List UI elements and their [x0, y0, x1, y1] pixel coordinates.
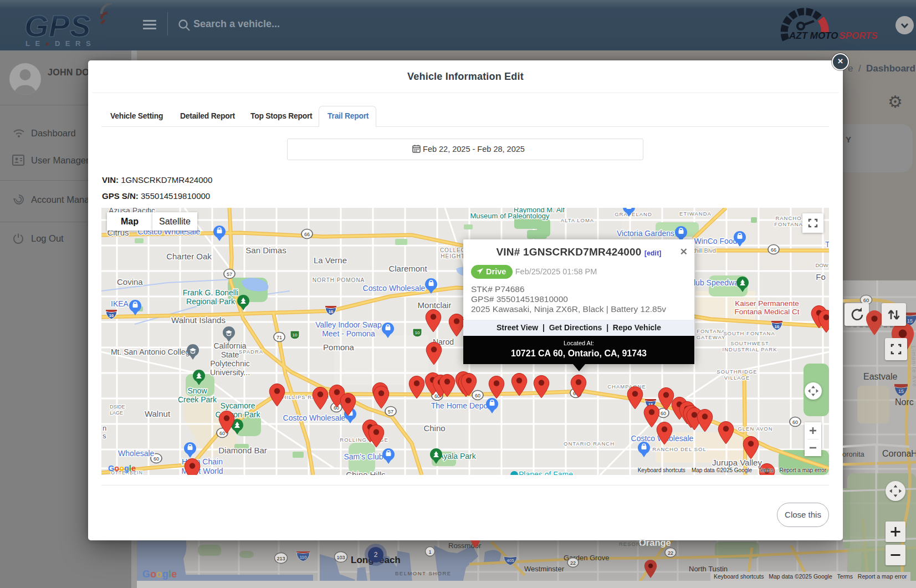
svg-text:Wholesale: Wholesale	[118, 449, 155, 458]
svg-text:Limonite Ave: Limonite Ave	[910, 346, 916, 387]
svg-text:SOUTH FONTANA: SOUTH FONTANA	[723, 330, 775, 336]
svg-text:66: 66	[304, 232, 310, 237]
svg-text:Chino: Chino	[423, 423, 445, 433]
svg-text:Mt. San Antonio College: Mt. San Antonio College	[111, 347, 194, 356]
svg-text:60: 60	[863, 297, 869, 303]
svg-text:10: 10	[109, 313, 114, 318]
svg-text:10: 10	[775, 324, 779, 329]
svg-text:Museum of Paleontology: Museum of Paleontology	[470, 212, 550, 220]
svg-text:60: 60	[792, 420, 798, 425]
svg-text:Covina: Covina	[117, 277, 143, 287]
svg-text:DOW: DOW	[815, 262, 828, 268]
svg-text:10: 10	[293, 333, 298, 338]
svg-text:T: T	[825, 240, 829, 249]
svg-text:Regional Park: Regional Park	[186, 297, 236, 306]
svg-text:71: 71	[277, 335, 282, 340]
svg-text:Polytechnic: Polytechnic	[210, 359, 250, 368]
svg-text:DSIDE: DSIDE	[110, 404, 125, 410]
svg-text:Valley Indoor Swap: Valley Indoor Swap	[315, 320, 382, 329]
svg-text:lub Speedway: lub Speedway	[694, 278, 743, 287]
svg-text:GPS: GPS	[24, 8, 91, 43]
svg-text:10: 10	[415, 330, 420, 335]
svg-text:Ayala Park: Ayala Park	[438, 452, 476, 461]
svg-text:FONTANA: FONTANA	[697, 328, 725, 334]
svg-text:Google: Google	[108, 464, 136, 473]
svg-text:Pomona: Pomona	[323, 342, 355, 352]
svg-text:213: 213	[277, 556, 285, 561]
svg-text:Sycamore: Sycamore	[220, 401, 255, 410]
svg-text:University...: University...	[210, 368, 250, 377]
svg-text:RANCHO: RANCHO	[775, 215, 801, 221]
svg-text:AZT MOTO: AZT MOTO	[789, 30, 838, 41]
svg-text:60: 60	[661, 411, 666, 416]
svg-text:Claremont: Claremont	[388, 264, 427, 273]
svg-text:Walnut Islands: Walnut Islands	[171, 315, 226, 325]
svg-text:Diamond Bar: Diamond Bar	[218, 446, 267, 455]
svg-text:California: California	[213, 341, 246, 350]
svg-text:SOUTHRIDGE: SOUTHRIDGE	[717, 369, 757, 375]
svg-text:ETIWANDA: ETIWANDA	[679, 211, 712, 217]
svg-text:Montclair: Montclair	[418, 300, 452, 310]
svg-text:n: n	[103, 424, 106, 432]
svg-text:Sam's Club: Sam's Club	[344, 452, 383, 461]
svg-text:57: 57	[388, 409, 393, 415]
svg-text:SOUTHWEST: SOUTHWEST	[730, 340, 769, 346]
svg-text:Kaiser Permanente: Kaiser Permanente	[735, 299, 799, 308]
svg-text:Frank G. Bonelli: Frank G. Bonelli	[183, 288, 238, 297]
svg-text:15: 15	[898, 388, 904, 394]
svg-text:The Home Depot: The Home Depot	[431, 401, 490, 410]
svg-text:LE●DERS: LE●DERS	[25, 39, 96, 48]
svg-text:Snow: Snow	[187, 386, 207, 395]
svg-text:110: 110	[300, 555, 307, 560]
svg-text:60: 60	[219, 431, 225, 436]
svg-text:s: s	[103, 432, 106, 440]
svg-text:22: 22	[668, 550, 673, 556]
svg-text:SPORTS: SPORTS	[839, 30, 878, 41]
svg-text:10: 10	[329, 309, 333, 314]
svg-text:57: 57	[227, 272, 232, 277]
svg-text:Meet - Pomona: Meet - Pomona	[322, 329, 375, 338]
svg-text:Google: Google	[142, 569, 177, 580]
svg-text:Fontana Medical Ct: Fontana Medical Ct	[734, 308, 799, 316]
svg-text:66: 66	[771, 247, 776, 253]
svg-text:103: 103	[336, 555, 345, 560]
svg-text:60: 60	[475, 393, 480, 398]
svg-text:Jurupa Valley: Jurupa Valley	[712, 458, 762, 467]
svg-text:FONTANA: FONTANA	[774, 221, 803, 227]
svg-text:Creek Park: Creek Park	[178, 395, 217, 404]
svg-text:1: 1	[428, 549, 431, 555]
svg-text:Planes of Fame: Planes of Fame	[519, 470, 573, 475]
svg-text:GRAPELAND: GRAPELAND	[615, 211, 652, 217]
svg-text:Victoria Gardens: Victoria Gardens	[617, 229, 674, 238]
svg-text:San Dimas: San Dimas	[245, 246, 286, 255]
svg-text:22: 22	[570, 560, 576, 566]
svg-text:GLEN AVON: GLEN AVON	[738, 426, 772, 432]
svg-text:LAGE: LAGE	[110, 410, 123, 416]
svg-text:Chino Hills: Chino Hills	[346, 470, 386, 475]
svg-text:Charter Oak: Charter Oak	[166, 252, 212, 261]
svg-text:Walnut: Walnut	[145, 409, 171, 418]
svg-text:Fo: Fo	[816, 272, 826, 282]
svg-text:405: 405	[506, 558, 514, 563]
svg-text:State: State	[221, 350, 239, 359]
svg-text:ONTARIO RANCH: ONTARIO RANCH	[564, 441, 615, 447]
svg-text:GATEWAY: GATEWAY	[697, 334, 726, 340]
svg-text:INDUSTRIAL PARK: INDUSTRIAL PARK	[723, 346, 777, 352]
svg-text:La Verne: La Verne	[314, 255, 347, 265]
svg-text:ALTA LOMA: ALTA LOMA	[561, 217, 594, 223]
svg-text:Costco Wholesale: Costco Wholesale	[283, 413, 346, 422]
svg-text:VILLAGE: VILLAGE	[724, 375, 750, 381]
svg-text:IKEA: IKEA	[111, 299, 129, 308]
svg-text:RANCHO DEL SOL: RANCHO DEL SOL	[652, 446, 707, 452]
svg-text:Costco Wholesale: Costco Wholesale	[363, 284, 426, 293]
svg-text:NORTH POMONA: NORTH POMONA	[313, 277, 365, 283]
svg-text:60: 60	[153, 456, 159, 462]
